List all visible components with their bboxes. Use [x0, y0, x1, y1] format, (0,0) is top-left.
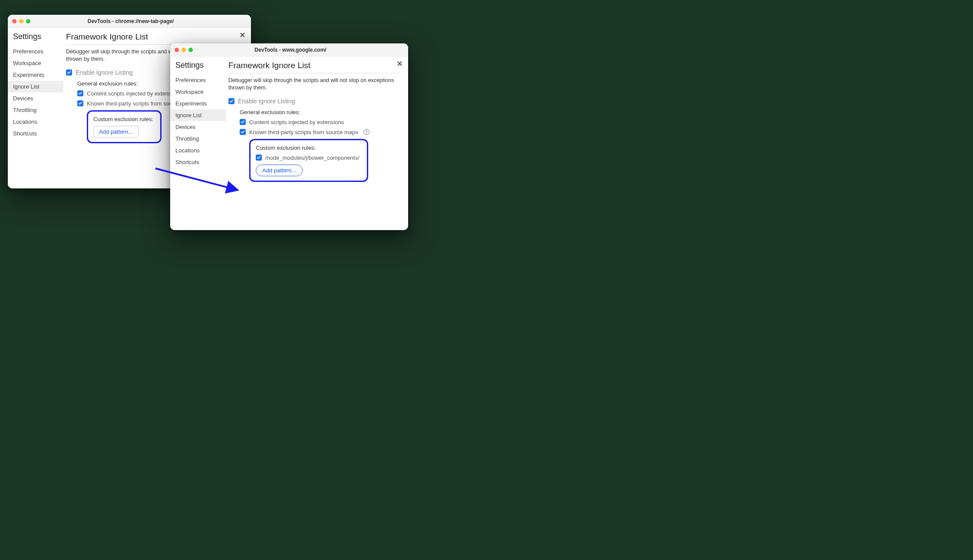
highlight-box-after: Custom exclusion rules: /node_modules/|/…	[249, 139, 368, 182]
page-title: Framework Ignore List	[228, 61, 400, 73]
sidebar-item-devices[interactable]: Devices	[170, 121, 226, 133]
sidebar-item-throttling[interactable]: Throttling	[8, 104, 63, 116]
rule-content-scripts-label: Content scripts injected by extensions	[249, 119, 344, 125]
highlight-box-before: Custom exclusion rules: Add pattern...	[87, 110, 162, 143]
titlebar: DevTools - www.google.com/	[170, 43, 408, 56]
sidebar-item-preferences[interactable]: Preferences	[8, 46, 63, 57]
sidebar-item-experiments[interactable]: Experiments	[170, 98, 226, 109]
custom-pattern-label: /node_modules/|/bower_components/	[265, 155, 360, 161]
custom-rules-label: Custom exclusion rules:	[93, 116, 155, 122]
checkbox-checked-icon[interactable]	[240, 129, 246, 135]
checkbox-checked-icon[interactable]	[240, 119, 246, 125]
sidebar-item-ignore-list[interactable]: Ignore List	[8, 81, 63, 92]
enable-ignore-listing-label: Enable Ignore Listing	[76, 69, 133, 76]
sidebar-item-workspace[interactable]: Workspace	[8, 57, 63, 69]
general-rules-label: General exclusion rules:	[240, 109, 400, 115]
settings-heading: Settings	[170, 61, 226, 74]
checkbox-checked-icon[interactable]	[228, 98, 234, 104]
settings-heading: Settings	[8, 32, 63, 46]
rule-thirdparty-label: Known third-party scripts from source ma…	[249, 129, 358, 135]
enable-ignore-listing-row[interactable]: Enable Ignore Listing	[228, 98, 400, 105]
close-icon[interactable]: ✕	[239, 31, 246, 39]
page-description: Debugger will skip through the scripts a…	[228, 77, 400, 92]
sidebar-item-devices[interactable]: Devices	[8, 92, 63, 104]
sidebar-item-ignore-list[interactable]: Ignore List	[170, 109, 226, 121]
settings-sidebar: Settings Preferences Workspace Experimen…	[8, 28, 63, 188]
custom-rules-label: Custom exclusion rules:	[256, 145, 362, 151]
help-icon[interactable]: ?	[363, 129, 369, 135]
settings-sidebar: Settings Preferences Workspace Experimen…	[170, 56, 226, 230]
titlebar: DevTools - chrome://new-tab-page/	[8, 15, 251, 28]
rule-content-scripts-label: Content scripts injected by extensions	[87, 90, 181, 97]
window-title: DevTools - www.google.com/	[177, 47, 404, 53]
checkbox-checked-icon[interactable]	[77, 90, 83, 96]
sidebar-item-locations[interactable]: Locations	[170, 145, 226, 156]
settings-content: ✕ Framework Ignore List Debugger will sk…	[226, 56, 408, 230]
sidebar-item-preferences[interactable]: Preferences	[170, 74, 226, 86]
close-icon[interactable]: ✕	[396, 60, 403, 68]
add-pattern-button[interactable]: Add pattern...	[93, 126, 139, 138]
window-title: DevTools - chrome://new-tab-page/	[15, 18, 247, 24]
rule-thirdparty-row[interactable]: Known third-party scripts from source ma…	[240, 129, 400, 135]
sidebar-item-workspace[interactable]: Workspace	[170, 86, 226, 98]
sidebar-item-shortcuts[interactable]: Shortcuts	[8, 128, 63, 139]
checkbox-checked-icon[interactable]	[77, 100, 83, 106]
page-title: Framework Ignore List	[66, 32, 243, 45]
devtools-window-2: DevTools - www.google.com/ Settings Pref…	[170, 43, 408, 230]
checkbox-checked-icon[interactable]	[66, 69, 72, 76]
checkbox-checked-icon[interactable]	[256, 155, 262, 161]
sidebar-item-experiments[interactable]: Experiments	[8, 69, 63, 81]
rule-content-scripts-row[interactable]: Content scripts injected by extensions	[240, 119, 400, 125]
add-pattern-button[interactable]: Add pattern...	[256, 165, 303, 176]
sidebar-item-throttling[interactable]: Throttling	[170, 133, 226, 145]
sidebar-item-shortcuts[interactable]: Shortcuts	[170, 156, 226, 168]
custom-pattern-row[interactable]: /node_modules/|/bower_components/	[256, 155, 362, 161]
sidebar-item-locations[interactable]: Locations	[8, 116, 63, 128]
enable-ignore-listing-label: Enable Ignore Listing	[238, 98, 295, 105]
